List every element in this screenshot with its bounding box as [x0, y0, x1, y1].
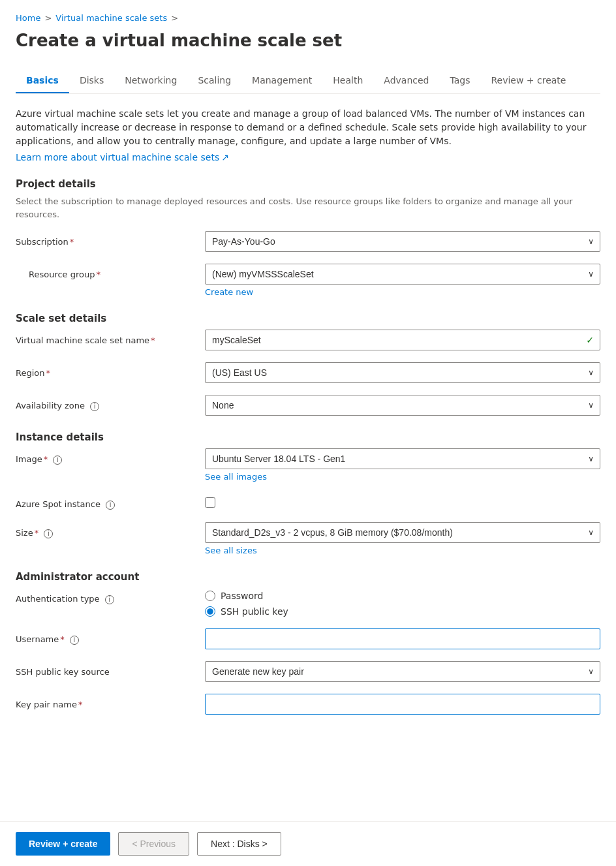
key-pair-label: Key pair name* — [16, 694, 205, 711]
auth-password-radio[interactable] — [205, 591, 215, 601]
image-select[interactable]: Ubuntu Server 18.04 LTS - Gen1 — [205, 448, 600, 469]
create-new-link[interactable]: Create new — [205, 287, 600, 297]
auth-type-info-icon: i — [105, 595, 114, 604]
auth-password-option[interactable]: Password — [205, 591, 600, 601]
availability-zone-info-icon: i — [90, 402, 99, 411]
footer: Review + create < Previous Next : Disks … — [0, 821, 616, 866]
auth-ssh-option[interactable]: SSH public key — [205, 606, 600, 617]
resource-group-select-wrapper: (New) myVMSSScaleSet ∨ — [205, 264, 600, 285]
image-select-wrapper: Ubuntu Server 18.04 LTS - Gen1 ∨ — [205, 448, 600, 469]
next-button[interactable]: Next : Disks > — [197, 832, 281, 856]
tab-basics[interactable]: Basics — [16, 69, 69, 93]
region-control: (US) East US ∨ — [205, 362, 600, 383]
auth-type-label: Authentication type i — [16, 588, 205, 605]
vm-name-control: ✓ — [205, 330, 600, 350]
external-link-icon: ↗ — [221, 152, 229, 162]
tab-advanced[interactable]: Advanced — [373, 69, 439, 93]
ssh-source-label: SSH public key source — [16, 661, 205, 678]
image-row: Image* i Ubuntu Server 18.04 LTS - Gen1 … — [16, 448, 600, 482]
tab-scaling[interactable]: Scaling — [187, 69, 241, 93]
resource-group-control: (New) myVMSSScaleSet ∨ Create new — [205, 264, 600, 297]
region-label: Region* — [16, 362, 205, 379]
availability-zone-select-wrapper: None ∨ — [205, 395, 600, 416]
image-info-icon: i — [53, 456, 62, 465]
vm-name-label: Virtual machine scale set name* — [16, 330, 205, 347]
previous-button[interactable]: < Previous — [118, 832, 189, 856]
auth-type-radio-group: Password SSH public key — [205, 588, 600, 617]
ssh-source-row: SSH public key source Generate new key p… — [16, 661, 600, 682]
spot-instance-control — [205, 493, 600, 508]
username-info-icon: i — [70, 636, 79, 645]
learn-more-link[interactable]: Learn more about virtual machine scale s… — [16, 152, 229, 162]
subscription-select[interactable]: Pay-As-You-Go — [205, 231, 600, 252]
image-label: Image* i — [16, 448, 205, 465]
username-row: Username* i — [16, 628, 600, 649]
page-description: Azure virtual machine scale sets let you… — [16, 107, 600, 148]
spot-instance-label: Azure Spot instance i — [16, 493, 205, 510]
size-row: Size* i Standard_D2s_v3 - 2 vcpus, 8 GiB… — [16, 522, 600, 555]
breadcrumb-sep2: > — [171, 13, 178, 23]
ssh-source-select[interactable]: Generate new key pair — [205, 661, 600, 682]
tabs-container: Basics Disks Networking Scaling Manageme… — [16, 69, 600, 94]
size-control: Standard_D2s_v3 - 2 vcpus, 8 GiB memory … — [205, 522, 600, 555]
size-select[interactable]: Standard_D2s_v3 - 2 vcpus, 8 GiB memory … — [205, 522, 600, 543]
username-control — [205, 628, 600, 649]
subscription-row: Subscription* Pay-As-You-Go ∨ — [16, 231, 600, 252]
subscription-control: Pay-As-You-Go ∨ — [205, 231, 600, 252]
ssh-source-control: Generate new key pair ∨ — [205, 661, 600, 682]
resource-group-select[interactable]: (New) myVMSSScaleSet — [205, 264, 600, 285]
review-create-button[interactable]: Review + create — [16, 832, 110, 856]
check-icon: ✓ — [586, 335, 594, 345]
auth-password-label: Password — [221, 591, 263, 601]
tab-management[interactable]: Management — [241, 69, 322, 93]
username-label: Username* i — [16, 628, 205, 645]
tab-networking[interactable]: Networking — [114, 69, 187, 93]
availability-zone-label: Availability zone i — [16, 395, 205, 412]
page-title: Create a virtual machine scale set — [16, 31, 600, 50]
tab-disks[interactable]: Disks — [69, 69, 114, 93]
spot-checkbox-wrapper — [205, 493, 600, 508]
project-details-desc: Select the subscription to manage deploy… — [16, 195, 600, 221]
region-row: Region* (US) East US ∨ — [16, 362, 600, 383]
resource-group-row: Resource group* (New) myVMSSScaleSet ∨ C… — [16, 264, 600, 297]
availability-zone-row: Availability zone i None ∨ — [16, 395, 600, 416]
spot-instance-row: Azure Spot instance i — [16, 493, 600, 510]
tab-health[interactable]: Health — [322, 69, 373, 93]
admin-account-title: Administrator account — [16, 571, 600, 583]
auth-type-row: Authentication type i Password SSH publi… — [16, 588, 600, 617]
project-details-title: Project details — [16, 178, 600, 190]
size-info-icon: i — [44, 529, 53, 538]
key-pair-row: Key pair name* — [16, 694, 600, 715]
key-pair-input[interactable] — [205, 694, 600, 715]
vm-name-input[interactable] — [205, 330, 600, 350]
region-select[interactable]: (US) East US — [205, 362, 600, 383]
spot-checkbox[interactable] — [205, 497, 215, 508]
ssh-source-select-wrapper: Generate new key pair ∨ — [205, 661, 600, 682]
see-all-images-link[interactable]: See all images — [205, 472, 600, 482]
auth-ssh-label: SSH public key — [221, 606, 288, 617]
tab-tags[interactable]: Tags — [439, 69, 480, 93]
breadcrumb: Home > Virtual machine scale sets > — [16, 13, 600, 23]
subscription-select-wrapper: Pay-As-You-Go ∨ — [205, 231, 600, 252]
see-all-sizes-link[interactable]: See all sizes — [205, 546, 600, 555]
availability-zone-control: None ∨ — [205, 395, 600, 416]
vm-name-validated-wrapper: ✓ — [205, 330, 600, 350]
resource-group-label: Resource group* — [16, 264, 205, 281]
vm-name-row: Virtual machine scale set name* ✓ — [16, 330, 600, 350]
key-pair-control — [205, 694, 600, 715]
tab-review[interactable]: Review + create — [480, 69, 576, 93]
size-select-wrapper: Standard_D2s_v3 - 2 vcpus, 8 GiB memory … — [205, 522, 600, 543]
region-select-wrapper: (US) East US ∨ — [205, 362, 600, 383]
auth-ssh-radio[interactable] — [205, 606, 215, 617]
scale-set-details-title: Scale set details — [16, 313, 600, 324]
breadcrumb-sep1: > — [44, 13, 52, 23]
spot-info-icon: i — [106, 501, 115, 510]
username-input[interactable] — [205, 628, 600, 649]
availability-zone-select[interactable]: None — [205, 395, 600, 416]
instance-details-title: Instance details — [16, 431, 600, 443]
breadcrumb-home[interactable]: Home — [16, 13, 40, 23]
image-control: Ubuntu Server 18.04 LTS - Gen1 ∨ See all… — [205, 448, 600, 482]
size-label: Size* i — [16, 522, 205, 539]
breadcrumb-vmss[interactable]: Virtual machine scale sets — [55, 13, 167, 23]
subscription-label: Subscription* — [16, 231, 205, 248]
